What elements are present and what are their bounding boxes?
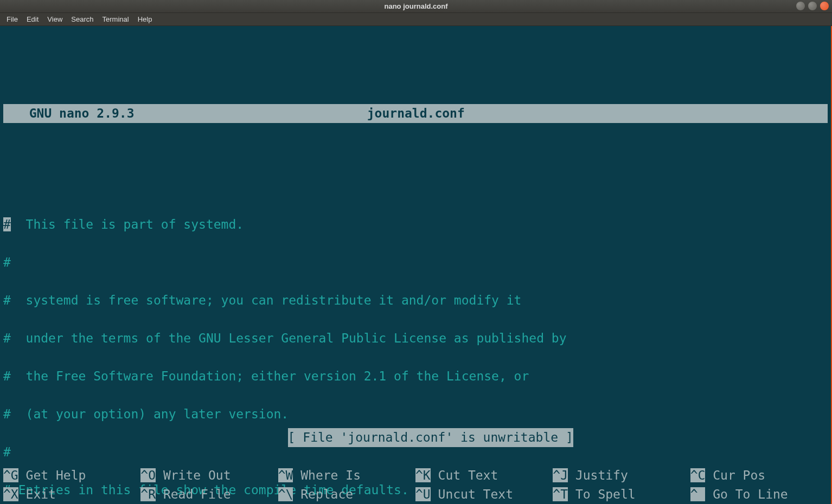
nano-status-wrap: [ File 'journald.conf' is unwritable ] xyxy=(0,409,831,466)
file-line-text: This file is part of systemd. xyxy=(11,217,244,231)
shortcut-label: Write Out xyxy=(156,468,231,482)
shortcut-label: Where Is xyxy=(293,468,361,482)
shortcut-key: ^R xyxy=(140,487,156,501)
shortcut-write-out: ^O Write Out xyxy=(140,466,278,485)
shortcut-replace: ^\ Replace xyxy=(278,485,415,504)
shortcut-label: Exit xyxy=(18,487,56,501)
file-line: # the Free Software Foundation; either v… xyxy=(3,367,828,386)
shortcut-label: Uncut Text xyxy=(431,487,513,501)
shortcut-label: Replace xyxy=(293,487,353,501)
nano-header-right xyxy=(697,104,828,123)
nano-filename: journald.conf xyxy=(135,104,697,123)
window-title: nano journald.conf xyxy=(385,2,448,10)
file-line: # under the terms of the GNU Lesser Gene… xyxy=(3,329,828,348)
shortcut-key: ^C xyxy=(690,468,706,482)
shortcut-exit: ^X Exit xyxy=(3,485,140,504)
menu-help[interactable]: Help xyxy=(133,14,157,25)
shortcut-uncut-text: ^U Uncut Text xyxy=(415,485,553,504)
terminal-menubar: File Edit View Search Terminal Help xyxy=(0,13,832,26)
maximize-icon[interactable] xyxy=(808,2,817,10)
shortcut-justify: ^J Justify xyxy=(553,466,690,485)
file-line: # systemd is free software; you can redi… xyxy=(3,291,828,310)
shortcut-key: ^G xyxy=(3,468,18,482)
shortcut-to-spell: ^T To Spell xyxy=(553,485,690,504)
shortcut-key: ^W xyxy=(278,468,293,482)
nano-status-message: [ File 'journald.conf' is unwritable ] xyxy=(288,428,573,447)
file-line: # xyxy=(3,253,828,272)
shortcut-cur-pos: ^C Cur Pos xyxy=(690,466,828,485)
shortcut-label: To Spell xyxy=(568,487,636,501)
shortcut-key: ^K xyxy=(415,468,431,482)
shortcut-where-is: ^W Where Is xyxy=(278,466,415,485)
file-line-text: the Free Software Foundation; either ver… xyxy=(11,369,529,383)
menu-view[interactable]: View xyxy=(43,14,67,25)
shortcut-key: ^_ xyxy=(690,487,706,501)
minimize-icon[interactable] xyxy=(796,2,805,10)
nano-header: GNU nano 2.9.3 journald.conf xyxy=(3,104,828,123)
window-titlebar: nano journald.conf xyxy=(0,0,832,13)
shortcut-get-help: ^G Get Help xyxy=(3,466,140,485)
shortcut-label: Justify xyxy=(568,468,628,482)
shortcut-key: ^U xyxy=(415,487,431,501)
file-line: # This file is part of systemd. xyxy=(3,215,828,234)
shortcut-label: Get Help xyxy=(18,468,86,482)
nano-shortcut-bar: ^G Get Help ^O Write Out ^W Where Is ^K … xyxy=(3,466,828,504)
menu-edit[interactable]: Edit xyxy=(22,14,43,25)
shortcut-read-file: ^R Read File xyxy=(140,485,278,504)
shortcut-key: ^T xyxy=(553,487,568,501)
window-controls xyxy=(796,2,829,10)
menu-file[interactable]: File xyxy=(2,14,22,25)
shortcut-go-to-line: ^_ Go To Line xyxy=(690,485,828,504)
menu-terminal[interactable]: Terminal xyxy=(98,14,133,25)
shortcut-key: ^J xyxy=(553,468,568,482)
shortcut-label: Cur Pos xyxy=(705,468,765,482)
shortcut-key: ^X xyxy=(3,487,18,501)
shortcut-key: ^\ xyxy=(278,487,293,501)
shortcut-key: ^O xyxy=(140,468,156,482)
close-icon[interactable] xyxy=(820,2,829,10)
shortcut-label: Go To Line xyxy=(705,487,788,501)
menu-search[interactable]: Search xyxy=(67,14,98,25)
terminal-viewport[interactable]: GNU nano 2.9.3 journald.conf # This file… xyxy=(0,26,832,504)
shortcut-label: Cut Text xyxy=(431,468,498,482)
nano-app-name: GNU nano 2.9.3 xyxy=(3,104,135,123)
shortcut-label: Read File xyxy=(156,487,231,501)
file-line-text: systemd is free software; you can redist… xyxy=(11,293,522,307)
cursor-position: # xyxy=(3,217,11,231)
file-line-text: under the terms of the GNU Lesser Genera… xyxy=(11,331,567,345)
shortcut-cut-text: ^K Cut Text xyxy=(415,466,553,485)
